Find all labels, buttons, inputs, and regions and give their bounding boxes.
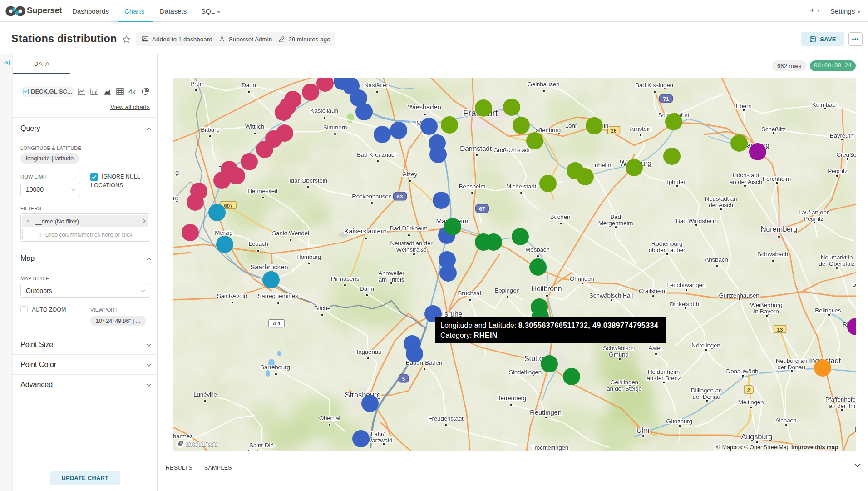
svg-text:g: g (175, 169, 179, 176)
svg-text:5: 5 (402, 376, 405, 382)
svg-text:Ansbach: Ansbach (705, 256, 728, 263)
svg-text:67: 67 (479, 206, 485, 212)
svg-text:an der Aisch: an der Aisch (730, 179, 762, 185)
svg-text:Creußen: Creußen (836, 151, 856, 158)
svg-text:Ulm: Ulm (636, 426, 650, 434)
svg-text:Daun: Daun (242, 82, 256, 89)
svg-text:der Oberpfalz: der Oberpfalz (819, 260, 855, 267)
svg-text:Dillingen an: Dillingen an (691, 387, 722, 394)
svg-text:Mosbach: Mosbach (525, 246, 549, 253)
svg-text:Kastellaun: Kastellaun (310, 107, 338, 114)
svg-text:Arnstein: Arnstein (630, 125, 651, 132)
svg-text:Darmstadt: Darmstadt (460, 144, 492, 152)
svg-text:lsruhe: lsruhe (443, 310, 463, 318)
svg-text:Weißenburg: Weißenburg (750, 302, 782, 308)
svg-text:Hermeskeil: Hermeskeil (247, 188, 277, 194)
svg-text:Feuchtwangen: Feuchtwangen (666, 282, 705, 288)
svg-text:Sarrebourg: Sarrebourg (260, 364, 290, 371)
svg-text:Schwabach: Schwabach (757, 251, 788, 258)
svg-text:63: 63 (397, 194, 403, 199)
svg-text:Idar-Oberstein: Idar-Oberstein (289, 177, 327, 184)
svg-text:Lunéville: Lunéville (193, 391, 217, 398)
svg-text:F: F (855, 426, 856, 433)
svg-text:Par: Par (852, 283, 856, 289)
svg-text:Augsburg: Augsburg (741, 432, 772, 441)
svg-text:Herrenberg: Herrenberg (496, 395, 526, 402)
svg-text:Michelstadt: Michelstadt (506, 183, 537, 190)
svg-text:Neustadt an: Neustadt an (705, 195, 737, 202)
svg-text:Bad Kissingen: Bad Kissingen (635, 82, 673, 89)
svg-text:Geislingen: Geislingen (610, 379, 638, 386)
svg-text:Merzig: Merzig (215, 229, 232, 236)
svg-text:der Aisch: der Aisch (709, 202, 733, 208)
svg-text:Schwäbisch Hall: Schwäbisch Hall (589, 292, 633, 299)
svg-text:Rockenhausen: Rockenhausen (352, 193, 392, 200)
svg-text:an der Brenz: an der Brenz (647, 375, 681, 382)
svg-text:Reutlingen: Reutlingen (530, 408, 562, 416)
svg-text:Pfaffenhofen: Pfaffenhofen (825, 396, 856, 403)
svg-text:Forchheim: Forchheim (763, 175, 791, 182)
svg-text:A 4: A 4 (273, 321, 281, 326)
svg-text:Pirmasens: Pirmasens (331, 275, 359, 282)
svg-text:Buchen: Buchen (550, 213, 571, 220)
svg-text:2: 2 (747, 387, 750, 393)
svg-text:Meitingen: Meitingen (738, 399, 764, 406)
svg-text:an der Steige: an der Steige (607, 385, 642, 392)
svg-text:Nördlingen: Nördlingen (691, 342, 720, 349)
svg-text:Wittlich: Wittlich (245, 123, 264, 130)
svg-text:Sarreguemines: Sarreguemines (258, 293, 298, 299)
svg-text:Öhringen: Öhringen (570, 275, 594, 282)
svg-text:Lohr: Lohr (565, 122, 577, 129)
svg-text:Bad: Bad (610, 213, 621, 220)
svg-text:26: 26 (611, 128, 617, 134)
svg-text:Saint-Dié-: Saint-Dié- (249, 442, 276, 449)
svg-text:Freudenstadt: Freudenstadt (428, 415, 464, 422)
svg-text:Heilbronn: Heilbronn (532, 285, 562, 293)
svg-text:Bitburg: Bitburg (201, 126, 219, 133)
svg-text:Wiesbaden: Wiesbaden (408, 103, 441, 111)
svg-text:in: in (604, 122, 608, 129)
svg-text:Günzburg: Günzburg (666, 418, 692, 425)
svg-text:les-Vosges: les-Vosges (248, 449, 277, 451)
svg-text:Dahn: Dahn (360, 285, 374, 292)
svg-text:Nastätten: Nastätten (364, 82, 390, 89)
svg-text:Neuburg an: Neuburg an (776, 357, 807, 364)
svg-text:rg: rg (173, 194, 178, 202)
svg-text:Annweiler: Annweiler (378, 270, 404, 277)
svg-text:Simmern: Simmern (323, 124, 347, 131)
svg-text:Bad Dürkheim: Bad Dürkheim (390, 225, 427, 232)
svg-text:Höchstadt: Höchstadt (733, 172, 760, 179)
svg-text:Lebach: Lebach (248, 240, 268, 247)
svg-text:Bitche: Bitche (314, 305, 330, 312)
svg-text:Trochtelfingen: Trochtelfingen (531, 444, 568, 451)
svg-text:71: 71 (663, 96, 669, 102)
svg-text:Donauwörth: Donauwörth (726, 368, 759, 375)
svg-text:Heidenheim: Heidenheim (648, 368, 680, 375)
svg-text:Alzey: Alzey (403, 171, 417, 178)
svg-text:Aalen: Aalen (648, 345, 664, 352)
svg-text:Haguenau: Haguenau (354, 348, 382, 355)
svg-text:affenburg: affenburg (536, 127, 561, 134)
svg-text:Neumarkt in: Neumarkt in (821, 254, 853, 261)
svg-text:Rothenburg: Rothenburg (651, 240, 683, 247)
svg-text:Nuremberg: Nuremberg (761, 225, 798, 233)
svg-text:Homburg: Homburg (296, 253, 321, 260)
svg-text:in Bayern: in Bayern (754, 308, 779, 315)
svg-text:Sankt Wendel: Sankt Wendel (272, 230, 309, 237)
svg-text:Neustadt an der: Neustadt an der (390, 240, 433, 247)
svg-text:rtheim: rtheim (595, 162, 611, 169)
svg-text:Crailsheim: Crailsheim (639, 288, 667, 294)
svg-text:Bad Kreuznach: Bad Kreuznach (357, 151, 398, 158)
svg-text:Bensheim: Bensheim (459, 183, 485, 190)
svg-text:Saarbrücken: Saarbrücken (251, 263, 288, 271)
svg-text:an der Ilm: an der Ilm (829, 402, 855, 409)
svg-text:Weinstraße: Weinstraße (396, 246, 427, 253)
svg-text:Lahr/: Lahr/ (371, 431, 385, 437)
svg-text:607: 607 (224, 203, 232, 208)
svg-text:mapbox: mapbox (186, 440, 217, 448)
svg-text:Sindelfingen: Sindelfingen (509, 369, 542, 376)
svg-text:Lauf an der: Lauf an der (799, 209, 829, 216)
svg-text:13: 13 (777, 327, 783, 332)
svg-text:Prüm: Prüm (190, 80, 204, 87)
svg-text:Schwäbisch: Schwäbisch (603, 345, 635, 352)
